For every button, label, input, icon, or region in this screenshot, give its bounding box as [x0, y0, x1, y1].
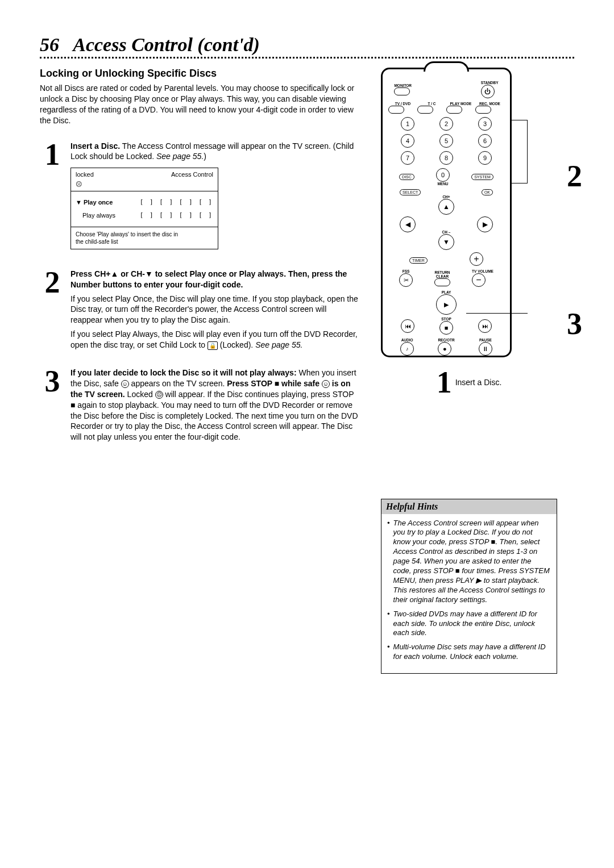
remote-diagram: MONITOR STANDBY ⏻ TV / DVD T / C PLAY MO…	[381, 68, 512, 357]
callout-3-line	[466, 313, 528, 314]
tv-title: Access Control	[171, 170, 213, 189]
callout-1: 1	[437, 369, 452, 397]
locked-face-icon-2: ☹	[155, 391, 163, 399]
side-column: MONITOR STANDBY ⏻ TV / DVD T / C PLAY MO…	[381, 68, 557, 674]
num-2-button: 2	[439, 117, 453, 131]
locked-face-icon: ☹	[76, 180, 94, 189]
title-text: Access Control (cont'd)	[73, 34, 260, 55]
tv-screen-diagram: locked ☹ Access Control ▼ Play once [ ] …	[70, 168, 218, 249]
tvdvd-button	[388, 106, 404, 114]
num-1-button: 1	[401, 117, 414, 131]
callout-2: 2	[567, 158, 582, 194]
step-3-text: If you later decide to lock the Disc so …	[70, 368, 358, 443]
standby-label: STANDBY	[481, 81, 499, 85]
num-8-button: 8	[439, 151, 453, 165]
hint-1: The Access Control screen will appear wh…	[393, 519, 551, 605]
fss-button: ✂	[399, 273, 413, 287]
main-column: Locking or Unlocking Specific Discs Not …	[40, 68, 358, 674]
tv-code-always: [ ] [ ] [ ] [ ]	[140, 211, 213, 220]
caption-row: 1 Insert a Disc.	[381, 369, 557, 397]
ch-down-button: ▼CH –	[438, 234, 454, 250]
step-2-bold: Press CH+▲ or CH-▼ to select Play once o…	[70, 269, 347, 289]
next-button: ⏭	[478, 319, 492, 333]
audio-button: ♪	[400, 342, 414, 356]
clear-button	[434, 278, 450, 286]
tc-button	[417, 106, 433, 114]
tv-code-once: [ ] [ ] [ ] [ ]	[140, 198, 213, 207]
system-button: SYSTEM	[471, 174, 493, 180]
timer-button: TIMER	[409, 257, 428, 264]
tv-locked-label: locked	[76, 170, 94, 179]
tv-play-always: Play always	[76, 211, 115, 220]
standby-button: ⏻	[481, 85, 495, 98]
step-3: 3 If you later decide to lock the Disc s…	[40, 368, 358, 446]
safe-face-icon-2: ☺	[322, 380, 330, 388]
callout-3: 3	[567, 306, 582, 341]
recmode-button	[475, 106, 491, 114]
tv-footer-2: the child-safe list	[76, 238, 213, 245]
num-3-button: 3	[478, 117, 492, 131]
num-9-button: 9	[478, 151, 492, 165]
tv-play-once: Play once	[84, 199, 113, 206]
rec-button: ●	[438, 342, 451, 356]
stop-button: ■	[439, 321, 453, 335]
hint-3: Multi-volume Disc sets may have a differ…	[393, 642, 551, 662]
step-2-number: 2	[40, 269, 65, 354]
nav-pad: ▲CH+ ▼CH – ◀ ▶	[388, 199, 504, 250]
hints-header: Helpful Hints	[381, 499, 557, 514]
step-1: 1 Insert a Disc. The Access Control mess…	[40, 141, 358, 255]
intro-paragraph: Not all Discs are rated or coded by Pare…	[40, 83, 358, 126]
num-7-button: 7	[401, 151, 414, 165]
safe-face-icon: ☺	[121, 380, 129, 388]
step-2-p1: If you select Play Once, the Disc will p…	[70, 294, 358, 326]
num-6-button: 6	[478, 134, 492, 148]
nav-right-button: ▶	[477, 216, 493, 232]
ch-up-button: ▲CH+	[438, 199, 454, 215]
section-subhead: Locking or Unlocking Specific Discs	[40, 68, 358, 80]
pause-button: ⏸	[479, 342, 492, 356]
padlock-icon: 🔒	[208, 341, 218, 350]
monitor-label: MONITOR	[394, 84, 412, 87]
step-2-see: See page 55.	[255, 340, 302, 349]
step-1-see: See page 55.	[156, 152, 204, 161]
prev-button: ⏮	[401, 319, 414, 333]
step-1-number: 1	[40, 141, 65, 255]
playmode-button	[446, 106, 462, 114]
page-title: 56 Access Control (cont'd)	[40, 34, 574, 56]
page-number: 56	[40, 34, 59, 55]
play-button: ▶	[436, 294, 457, 315]
num-0-button: 0	[436, 168, 450, 182]
tv-footer-1: Choose 'Play always' to insert the disc …	[76, 231, 213, 238]
step-1-text: Insert a Disc. The Access Control messag…	[70, 141, 358, 162]
step-3-number: 3	[40, 368, 65, 446]
helpful-hints-box: Helpful Hints The Access Control screen …	[381, 499, 557, 674]
monitor-button	[394, 87, 410, 95]
disc-button: DISC	[399, 174, 414, 180]
callout-2-bracket	[511, 120, 528, 183]
vol-down-button: −	[472, 273, 486, 287]
title-rule	[40, 57, 574, 59]
step-3-bold: If you later decide to lock the Disc so …	[70, 368, 297, 377]
insert-disc-caption: Insert a Disc.	[455, 378, 502, 387]
step-2: 2 Press CH+▲ or CH-▼ to select Play once…	[40, 269, 358, 354]
select-button: SELECT	[400, 189, 421, 195]
num-4-button: 4	[401, 134, 414, 148]
nav-left-button: ◀	[400, 216, 416, 232]
ok-button: OK	[482, 189, 493, 195]
vol-up-button: +	[470, 252, 483, 266]
hint-2: Two-sided DVDs may have a different ID f…	[393, 610, 551, 639]
num-5-button: 5	[439, 134, 453, 148]
step-1-bold: Insert a Disc.	[70, 141, 120, 151]
step-2-p2: If you select Play Always, the Disc will…	[70, 329, 358, 350]
